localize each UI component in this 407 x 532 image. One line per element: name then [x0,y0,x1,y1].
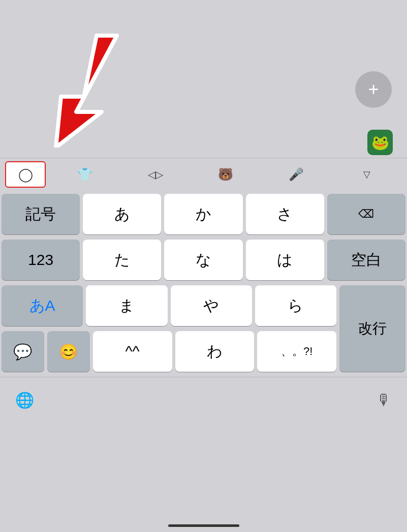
shirt-toolbar-button[interactable]: 👕 [50,161,120,188]
wa-key[interactable]: わ [175,331,255,372]
ta-key[interactable]: た [83,240,161,280]
mic-toolbar-button[interactable]: 🎤 [261,161,332,188]
ra-key[interactable]: ら [255,285,336,326]
emoji-icon: 😊 [59,343,78,361]
red-arrow [30,31,142,147]
search-icon: ◯ [18,167,33,183]
aa-label: あA [29,295,55,316]
chat-icon: 💬 [13,343,32,361]
ka-key[interactable]: か [164,194,242,234]
keyboard-row-1: 記号 あ か さ ⌫ [2,194,405,234]
code-icon: ◁▷ [148,168,163,181]
face-icon: 🐻 [218,167,233,182]
space-key[interactable]: 空白 [327,240,405,280]
japanese-keyboard: 記号 あ か さ ⌫ 123 た な は 空白 [0,191,407,372]
caret-key[interactable]: ^^ [93,331,172,372]
chevron-down-icon: ▽ [363,169,370,180]
punctuation-key[interactable]: 、。?! [257,331,336,372]
plus-button[interactable]: + [355,71,392,108]
sa-key[interactable]: さ [246,194,324,234]
backspace-icon: ⌫ [358,208,374,221]
backspace-key[interactable]: ⌫ [327,194,405,234]
search-toolbar-button[interactable]: ◯ [5,161,46,188]
shirt-icon: 👕 [77,167,92,182]
chat-key[interactable]: 💬 [2,331,44,372]
keyboard-bottom-bar: 🌐 🎙 [0,377,407,423]
face-toolbar-button[interactable]: 🐻 [191,161,261,188]
keyboard-toolbar: ◯ 👕 ◁▷ 🐻 🎤 ▽ [0,158,407,191]
mic-bottom-icon[interactable]: 🎙 [377,392,392,409]
na-key[interactable]: な [164,240,242,280]
globe-icon[interactable]: 🌐 [15,391,34,409]
frog-app-icon: 🐸 [367,130,393,155]
123-key[interactable]: 123 [2,240,80,280]
top-area: + [0,0,407,158]
aa-key[interactable]: あA [2,285,83,326]
ha-key[interactable]: は [246,240,324,280]
kigou-key[interactable]: 記号 [2,194,80,234]
enter-key[interactable]: 改行 [339,285,405,372]
keyboard-row-2: 123 た な は 空白 [2,240,405,280]
ma-key[interactable]: ま [86,285,167,326]
emoji-key[interactable]: 😊 [47,331,90,372]
home-indicator [168,524,239,527]
a-key[interactable]: あ [83,194,161,234]
dismiss-toolbar-button[interactable]: ▽ [331,161,402,188]
plus-icon: + [368,80,379,99]
svg-marker-0 [56,36,117,147]
ya-key[interactable]: や [171,285,252,326]
code-toolbar-button[interactable]: ◁▷ [120,161,191,188]
mic-icon: 🎤 [289,167,304,182]
frog-emoji: 🐸 [371,134,389,151]
